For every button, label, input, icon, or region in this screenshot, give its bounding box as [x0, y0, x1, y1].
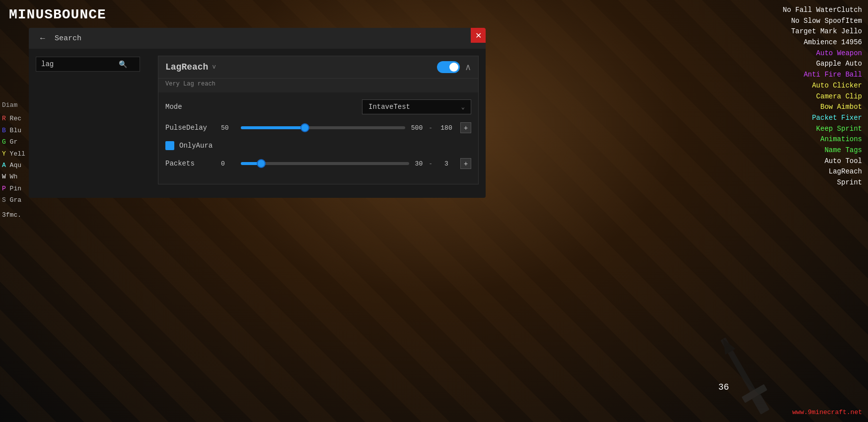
- module-version: v: [212, 64, 216, 71]
- module-body: Mode IntaveTest ⌄ PulseDelay 50: [158, 92, 478, 184]
- hud-packet-fixer: Packet Fixer: [783, 113, 862, 124]
- hud-auto-clicker: Auto Clicker: [783, 81, 862, 91]
- hud-gapple: Gapple Auto: [783, 59, 862, 70]
- color-blue: B Blu: [2, 125, 25, 136]
- mode-setting-row: Mode IntaveTest ⌄: [165, 99, 471, 114]
- logo: MINUSBOUNCE: [9, 7, 106, 22]
- hud-bow-aimbot: Bow Aimbot: [783, 102, 862, 113]
- module-toggle-area: ∧: [437, 61, 471, 73]
- only-aura-row: OnlyAura: [165, 141, 471, 150]
- module-name: LagReach: [165, 62, 208, 72]
- weapon-silhouette: [679, 320, 818, 422]
- color-red: R Rec: [2, 113, 25, 124]
- hud-camera-clip: Camera Clip: [783, 91, 862, 102]
- pulse-delay-max: 500: [411, 124, 423, 132]
- back-button[interactable]: ←: [36, 33, 50, 44]
- only-aura-checkbox[interactable]: [165, 141, 174, 150]
- search-area: 🔍: [29, 49, 158, 198]
- pulse-delay-sep: -: [429, 124, 433, 132]
- hud-keep-sprint: Keep Sprint: [783, 124, 862, 135]
- pulse-delay-fill: [241, 126, 305, 129]
- hud-auto-weapon: Auto Weapon: [783, 48, 862, 59]
- pulse-delay-row: PulseDelay 50 500 - 180 +: [165, 122, 471, 133]
- modal-header: ← Search ✕: [29, 28, 486, 49]
- mode-label: Mode: [165, 103, 225, 111]
- color-white: W Wh: [2, 171, 25, 182]
- color-aqua: A Aqu: [2, 160, 25, 171]
- search-icon-button[interactable]: 🔍: [119, 60, 127, 68]
- hud-sprint: Sprint: [783, 177, 862, 188]
- packets-current: 3: [438, 160, 454, 168]
- search-modal: ← Search ✕ 🔍 LagReach v ∧: [29, 28, 486, 198]
- pulse-delay-track[interactable]: [241, 126, 405, 129]
- hud-lag-reach: LagReach: [783, 167, 862, 177]
- module-description: Very Lag reach: [158, 79, 478, 92]
- color-pink: P Pin: [2, 183, 25, 194]
- hud-target-mark: Target Mark Jello: [783, 26, 862, 37]
- packets-sep: -: [429, 160, 433, 168]
- pulse-delay-plus[interactable]: +: [460, 122, 471, 133]
- pulse-delay-current: 180: [438, 124, 454, 132]
- diamond-label: Diam: [2, 99, 25, 111]
- module-toggle[interactable]: [437, 61, 460, 73]
- hud-overlay: No Fall WaterClutch No Slow SpoofItem Ta…: [783, 5, 862, 188]
- color-yellow: Y Yell: [2, 148, 25, 160]
- packets-row: Packets 0 30 - 3 +: [165, 158, 471, 169]
- color-gray: S Gra: [2, 194, 25, 206]
- packets-max: 30: [415, 160, 423, 168]
- hud-name-tags: Name Tags: [783, 145, 862, 156]
- module-header: LagReach v ∧: [158, 56, 478, 79]
- packets-track[interactable]: [241, 162, 409, 165]
- color-green: G Gr: [2, 136, 25, 148]
- hud-animations: Animations: [783, 134, 862, 145]
- close-button[interactable]: ✕: [471, 28, 486, 43]
- packets-min: 0: [221, 160, 235, 168]
- search-input[interactable]: [41, 60, 116, 68]
- modal-title: Search: [55, 34, 479, 43]
- mode-dropdown[interactable]: IntaveTest ⌄: [362, 99, 471, 114]
- extra-label: 3fmc.: [2, 209, 25, 221]
- packets-thumb[interactable]: [257, 159, 266, 168]
- only-aura-label: OnlyAura: [179, 142, 213, 150]
- pulse-delay-min: 50: [221, 124, 235, 132]
- packets-plus[interactable]: +: [460, 158, 471, 169]
- pulse-delay-label: PulseDelay: [165, 124, 215, 132]
- packets-label: Packets: [165, 160, 215, 168]
- search-input-wrap[interactable]: 🔍: [36, 57, 140, 72]
- hud-anti-fire-ball: Anti Fire Ball: [783, 70, 862, 81]
- mode-value: IntaveTest: [368, 103, 410, 111]
- hud-no-fall: No Fall WaterClutch: [783, 5, 862, 16]
- pulse-delay-thumb[interactable]: [300, 123, 309, 132]
- hud-ambience: Ambience 14956: [783, 37, 862, 48]
- collapse-button[interactable]: ∧: [465, 62, 471, 73]
- hud-no-slow: No Slow SpoofItem: [783, 16, 862, 27]
- left-color-panel: Diam R Rec B Blu G Gr Y Yell A Aqu W Wh …: [0, 99, 25, 221]
- hud-auto-tool: Auto Tool: [783, 156, 862, 167]
- dropdown-arrow-icon: ⌄: [461, 103, 465, 111]
